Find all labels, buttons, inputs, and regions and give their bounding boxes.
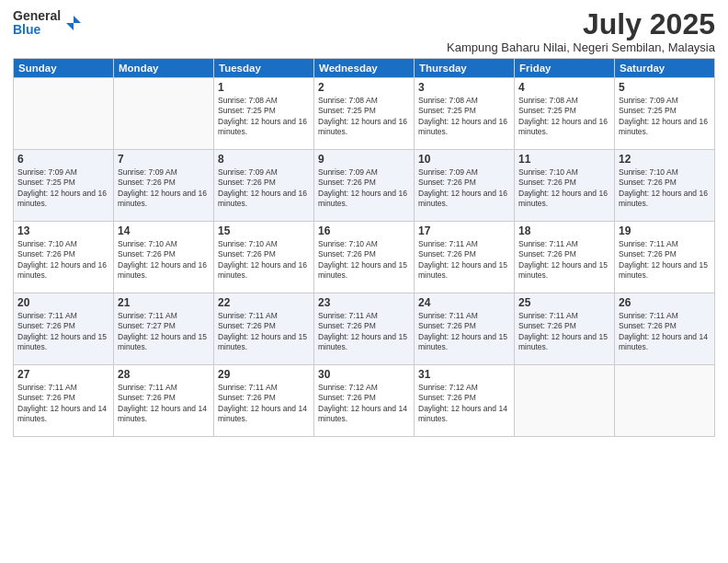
day-number: 21 xyxy=(118,296,210,309)
day-info: Sunrise: 7:09 AM Sunset: 7:26 PM Dayligh… xyxy=(418,167,510,210)
svg-marker-0 xyxy=(66,16,81,30)
day-info: Sunrise: 7:11 AM Sunset: 7:26 PM Dayligh… xyxy=(619,239,711,282)
day-number: 7 xyxy=(118,153,210,166)
calendar-header-row: Sunday Monday Tuesday Wednesday Thursday… xyxy=(14,59,715,78)
day-number: 1 xyxy=(218,81,310,94)
day-number: 8 xyxy=(218,153,310,166)
day-info: Sunrise: 7:12 AM Sunset: 7:26 PM Dayligh… xyxy=(318,383,410,425)
day-info: Sunrise: 7:09 AM Sunset: 7:26 PM Dayligh… xyxy=(218,167,310,210)
day-info: Sunrise: 7:08 AM Sunset: 7:25 PM Dayligh… xyxy=(218,96,310,138)
day-number: 20 xyxy=(17,296,109,309)
table-row: 18Sunrise: 7:11 AM Sunset: 7:26 PM Dayli… xyxy=(515,222,615,293)
table-row: 13Sunrise: 7:10 AM Sunset: 7:26 PM Dayli… xyxy=(14,222,114,293)
day-info: Sunrise: 7:10 AM Sunset: 7:26 PM Dayligh… xyxy=(218,239,310,282)
day-number: 3 xyxy=(418,81,510,94)
table-row: 28Sunrise: 7:11 AM Sunset: 7:26 PM Dayli… xyxy=(114,365,214,437)
day-info: Sunrise: 7:12 AM Sunset: 7:26 PM Dayligh… xyxy=(418,383,510,425)
day-info: Sunrise: 7:11 AM Sunset: 7:26 PM Dayligh… xyxy=(17,383,109,425)
table-row xyxy=(515,365,615,437)
table-row: 29Sunrise: 7:11 AM Sunset: 7:26 PM Dayli… xyxy=(214,365,314,437)
table-row: 4Sunrise: 7:08 AM Sunset: 7:25 PM Daylig… xyxy=(515,78,615,150)
day-info: Sunrise: 7:11 AM Sunset: 7:27 PM Dayligh… xyxy=(118,311,210,353)
day-info: Sunrise: 7:11 AM Sunset: 7:26 PM Dayligh… xyxy=(17,311,109,353)
day-number: 18 xyxy=(518,224,610,237)
day-info: Sunrise: 7:11 AM Sunset: 7:26 PM Dayligh… xyxy=(218,383,310,425)
day-info: Sunrise: 7:11 AM Sunset: 7:26 PM Dayligh… xyxy=(418,239,510,282)
day-number: 11 xyxy=(518,153,610,166)
week-row-1: 1Sunrise: 7:08 AM Sunset: 7:25 PM Daylig… xyxy=(14,78,715,150)
table-row: 3Sunrise: 7:08 AM Sunset: 7:25 PM Daylig… xyxy=(415,78,515,150)
table-row: 22Sunrise: 7:11 AM Sunset: 7:26 PM Dayli… xyxy=(214,293,314,365)
logo-blue: Blue xyxy=(13,23,61,37)
day-number: 6 xyxy=(17,153,109,166)
day-info: Sunrise: 7:09 AM Sunset: 7:26 PM Dayligh… xyxy=(318,167,410,210)
table-row: 15Sunrise: 7:10 AM Sunset: 7:26 PM Dayli… xyxy=(214,222,314,293)
day-number: 4 xyxy=(518,81,610,94)
day-number: 19 xyxy=(619,224,711,237)
table-row xyxy=(14,78,114,150)
table-row xyxy=(114,78,214,150)
day-number: 23 xyxy=(318,296,410,309)
col-tuesday: Tuesday xyxy=(214,59,314,78)
day-number: 31 xyxy=(418,368,510,381)
table-row: 10Sunrise: 7:09 AM Sunset: 7:26 PM Dayli… xyxy=(415,150,515,222)
day-info: Sunrise: 7:11 AM Sunset: 7:26 PM Dayligh… xyxy=(318,311,410,353)
day-info: Sunrise: 7:10 AM Sunset: 7:26 PM Dayligh… xyxy=(118,239,210,282)
day-number: 22 xyxy=(218,296,310,309)
calendar-table: Sunday Monday Tuesday Wednesday Thursday… xyxy=(13,58,715,437)
day-number: 25 xyxy=(518,296,610,309)
col-wednesday: Wednesday xyxy=(314,59,415,78)
day-number: 2 xyxy=(318,81,410,94)
day-info: Sunrise: 7:09 AM Sunset: 7:25 PM Dayligh… xyxy=(17,167,109,210)
week-row-3: 13Sunrise: 7:10 AM Sunset: 7:26 PM Dayli… xyxy=(14,222,715,293)
day-info: Sunrise: 7:09 AM Sunset: 7:26 PM Dayligh… xyxy=(118,167,210,210)
title-block: July 2025 Kampung Baharu Nilai, Negeri S… xyxy=(447,9,715,54)
col-thursday: Thursday xyxy=(415,59,515,78)
col-monday: Monday xyxy=(114,59,214,78)
day-info: Sunrise: 7:08 AM Sunset: 7:25 PM Dayligh… xyxy=(518,96,610,138)
day-info: Sunrise: 7:11 AM Sunset: 7:26 PM Dayligh… xyxy=(218,311,310,353)
week-row-5: 27Sunrise: 7:11 AM Sunset: 7:26 PM Dayli… xyxy=(14,365,715,437)
table-row: 21Sunrise: 7:11 AM Sunset: 7:27 PM Dayli… xyxy=(114,293,214,365)
logo: General Blue xyxy=(13,9,83,38)
table-row: 26Sunrise: 7:11 AM Sunset: 7:26 PM Dayli… xyxy=(615,293,715,365)
table-row: 5Sunrise: 7:09 AM Sunset: 7:25 PM Daylig… xyxy=(615,78,715,150)
week-row-4: 20Sunrise: 7:11 AM Sunset: 7:26 PM Dayli… xyxy=(14,293,715,365)
day-number: 13 xyxy=(17,224,109,237)
logo-text: General Blue xyxy=(13,9,61,38)
logo-general: General xyxy=(13,9,61,23)
day-number: 28 xyxy=(118,368,210,381)
table-row: 11Sunrise: 7:10 AM Sunset: 7:26 PM Dayli… xyxy=(515,150,615,222)
day-number: 29 xyxy=(218,368,310,381)
calendar-page: General Blue July 2025 Kampung Baharu Ni… xyxy=(0,0,728,563)
day-number: 9 xyxy=(318,153,410,166)
logo-icon xyxy=(64,14,83,32)
col-sunday: Sunday xyxy=(14,59,114,78)
table-row: 12Sunrise: 7:10 AM Sunset: 7:26 PM Dayli… xyxy=(615,150,715,222)
table-row: 6Sunrise: 7:09 AM Sunset: 7:25 PM Daylig… xyxy=(14,150,114,222)
table-row: 27Sunrise: 7:11 AM Sunset: 7:26 PM Dayli… xyxy=(14,365,114,437)
table-row: 9Sunrise: 7:09 AM Sunset: 7:26 PM Daylig… xyxy=(314,150,415,222)
table-row: 19Sunrise: 7:11 AM Sunset: 7:26 PM Dayli… xyxy=(615,222,715,293)
day-number: 10 xyxy=(418,153,510,166)
col-friday: Friday xyxy=(515,59,615,78)
month-title: July 2025 xyxy=(447,9,715,39)
table-row: 31Sunrise: 7:12 AM Sunset: 7:26 PM Dayli… xyxy=(415,365,515,437)
week-row-2: 6Sunrise: 7:09 AM Sunset: 7:25 PM Daylig… xyxy=(14,150,715,222)
day-info: Sunrise: 7:11 AM Sunset: 7:26 PM Dayligh… xyxy=(518,239,610,282)
table-row: 30Sunrise: 7:12 AM Sunset: 7:26 PM Dayli… xyxy=(314,365,415,437)
day-info: Sunrise: 7:10 AM Sunset: 7:26 PM Dayligh… xyxy=(619,167,711,210)
day-number: 30 xyxy=(318,368,410,381)
table-row: 20Sunrise: 7:11 AM Sunset: 7:26 PM Dayli… xyxy=(14,293,114,365)
day-info: Sunrise: 7:11 AM Sunset: 7:26 PM Dayligh… xyxy=(418,311,510,353)
table-row: 16Sunrise: 7:10 AM Sunset: 7:26 PM Dayli… xyxy=(314,222,415,293)
table-row: 7Sunrise: 7:09 AM Sunset: 7:26 PM Daylig… xyxy=(114,150,214,222)
day-info: Sunrise: 7:10 AM Sunset: 7:26 PM Dayligh… xyxy=(17,239,109,282)
table-row: 8Sunrise: 7:09 AM Sunset: 7:26 PM Daylig… xyxy=(214,150,314,222)
day-number: 15 xyxy=(218,224,310,237)
day-number: 26 xyxy=(619,296,711,309)
day-number: 27 xyxy=(17,368,109,381)
table-row: 2Sunrise: 7:08 AM Sunset: 7:25 PM Daylig… xyxy=(314,78,415,150)
day-info: Sunrise: 7:08 AM Sunset: 7:25 PM Dayligh… xyxy=(418,96,510,138)
day-number: 16 xyxy=(318,224,410,237)
